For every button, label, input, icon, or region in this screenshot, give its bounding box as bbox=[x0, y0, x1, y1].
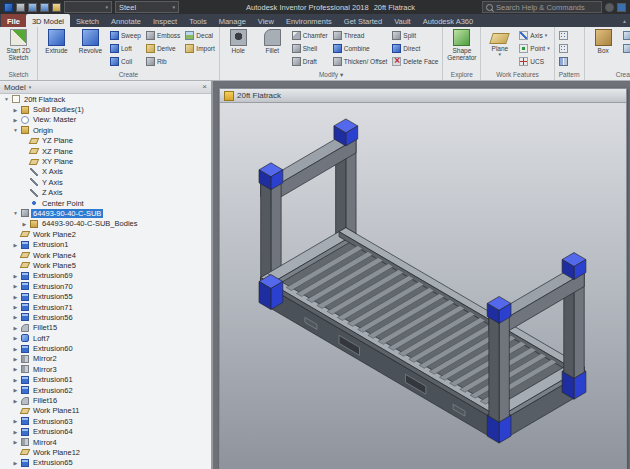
expand-icon[interactable]: ▶ bbox=[12, 346, 19, 352]
undo-icon[interactable] bbox=[28, 3, 37, 12]
signin-icon[interactable] bbox=[605, 3, 614, 12]
tree-item-extrusion65[interactable]: ▶Extrusion65 bbox=[0, 458, 211, 468]
tree-item-y-axis[interactable]: Y Axis bbox=[0, 177, 211, 187]
tree-item-extrusion64[interactable]: ▶Extrusion64 bbox=[0, 427, 211, 437]
tree-item-yz-plane[interactable]: YZ Plane bbox=[0, 136, 211, 146]
face-button[interactable]: Face bbox=[621, 29, 630, 41]
tree-item-extrusion62[interactable]: ▶Extrusion62 bbox=[0, 385, 211, 395]
expand-icon[interactable]: ▶ bbox=[12, 242, 19, 248]
tree-item-extrusion71[interactable]: ▶Extrusion71 bbox=[0, 302, 211, 312]
tree-item-mirror3[interactable]: ▶Mirror3 bbox=[0, 364, 211, 374]
tree-item-fillet16[interactable]: ▶Fillet16 bbox=[0, 395, 211, 405]
shape-generator-button[interactable]: Shape Generator bbox=[445, 27, 478, 70]
expand-icon[interactable]: ▶ bbox=[12, 387, 19, 393]
tab-sketch[interactable]: Sketch bbox=[70, 14, 105, 27]
expand-icon[interactable]: ▶ bbox=[12, 335, 19, 341]
inventor-logo-icon[interactable] bbox=[4, 3, 13, 12]
tree-item-xz-plane[interactable]: XZ Plane bbox=[0, 146, 211, 156]
tab-file[interactable]: File bbox=[1, 14, 26, 27]
thicken-offset-button[interactable]: Thicken/ Offset bbox=[331, 55, 390, 67]
direct-button[interactable]: Direct bbox=[390, 42, 440, 54]
tree-item-center-point[interactable]: Center Point bbox=[0, 198, 211, 208]
collapse-icon[interactable]: ▼ bbox=[3, 96, 10, 102]
document-window-titlebar[interactable]: 20ft Flatrack bbox=[220, 89, 626, 103]
start-2d-sketch-button[interactable]: Start 2D Sketch bbox=[2, 27, 35, 70]
tree-item-x-axis[interactable]: X Axis bbox=[0, 167, 211, 177]
browser-close-icon[interactable]: × bbox=[202, 83, 207, 91]
plane-button[interactable]: Plane▾ bbox=[483, 27, 516, 70]
extrude-button[interactable]: Extrude bbox=[40, 27, 73, 70]
save-icon[interactable] bbox=[16, 3, 25, 12]
expand-icon[interactable]: ▶ bbox=[12, 366, 19, 372]
expand-icon[interactable]: ▶ bbox=[12, 418, 19, 424]
import-button[interactable]: Import bbox=[183, 42, 216, 54]
tree-item-view-master[interactable]: ▶View: Master bbox=[0, 115, 211, 125]
coil-button[interactable]: Coil bbox=[108, 55, 143, 67]
tree-item-extrusion56[interactable]: ▶Extrusion56 bbox=[0, 312, 211, 322]
chamfer-button[interactable]: Chamfer bbox=[290, 29, 330, 41]
tree-item-work-plane4[interactable]: Work Plane4 bbox=[0, 250, 211, 260]
tab-vault[interactable]: Vault bbox=[388, 14, 417, 27]
hole-button[interactable]: Hole bbox=[222, 27, 255, 70]
sweep-button[interactable]: Sweep bbox=[108, 29, 143, 41]
tree-item-extrusion55[interactable]: ▶Extrusion55 bbox=[0, 291, 211, 301]
collapse-icon[interactable]: ▼ bbox=[12, 210, 19, 216]
expand-icon[interactable]: ▶ bbox=[12, 398, 19, 404]
tab-tools[interactable]: Tools bbox=[183, 14, 213, 27]
tree-item-work-plane5[interactable]: Work Plane5 bbox=[0, 260, 211, 270]
viewport-canvas[interactable] bbox=[220, 103, 626, 469]
ribbon-minimize-icon[interactable]: ▴ bbox=[623, 14, 630, 27]
fillet-button[interactable]: Fillet bbox=[256, 27, 289, 70]
tab-autodesk-a360[interactable]: Autodesk A360 bbox=[417, 14, 479, 27]
point-button[interactable]: Point▾ bbox=[517, 42, 551, 54]
tree-item-work-plane12[interactable]: Work Plane12 bbox=[0, 447, 211, 457]
tree-item-extrusion70[interactable]: ▶Extrusion70 bbox=[0, 281, 211, 291]
expand-icon[interactable]: ▶ bbox=[12, 356, 19, 362]
tree-item-64493-90-40-c-sub-bodies[interactable]: ▶64493-90-40-C-SUB_Bodies bbox=[0, 219, 211, 229]
platform-deck[interactable] bbox=[261, 228, 585, 442]
expand-icon[interactable]: ▶ bbox=[12, 325, 19, 331]
tree-item-xy-plane[interactable]: XY Plane bbox=[0, 156, 211, 166]
delete-face-button[interactable]: Delete Face bbox=[390, 55, 440, 67]
tree-item-64493-90-40-c-sub[interactable]: ▼64493-90-40-C-SUB bbox=[0, 208, 211, 218]
tree-item-z-axis[interactable]: Z Axis bbox=[0, 188, 211, 198]
expand-icon[interactable]: ▶ bbox=[12, 304, 19, 310]
tree-item-extrusion63[interactable]: ▶Extrusion63 bbox=[0, 416, 211, 426]
draft-button[interactable]: Draft bbox=[290, 55, 330, 67]
circular-pattern-button[interactable] bbox=[557, 42, 570, 54]
material-dropdown[interactable]: ▾ bbox=[64, 1, 112, 13]
rib-button[interactable]: Rib bbox=[144, 55, 182, 67]
appearance-dropdown[interactable]: Steel▾ bbox=[115, 1, 179, 13]
rectangular-pattern-button[interactable] bbox=[557, 29, 570, 41]
redo-icon[interactable] bbox=[40, 3, 49, 12]
tree-item-mirror2[interactable]: ▶Mirror2 bbox=[0, 354, 211, 364]
shell-button[interactable]: Shell bbox=[290, 42, 330, 54]
help-search-input[interactable]: Search Help & Commands bbox=[482, 1, 602, 13]
ucs-button[interactable]: UCS bbox=[517, 55, 551, 67]
expand-icon[interactable]: ▶ bbox=[12, 377, 19, 383]
tab-annotate[interactable]: Annotate bbox=[105, 14, 147, 27]
expand-icon[interactable]: ▶ bbox=[12, 294, 19, 300]
box-button[interactable]: Box bbox=[587, 27, 620, 70]
tab-view[interactable]: View bbox=[252, 14, 280, 27]
mirror-pattern-button[interactable] bbox=[557, 55, 570, 67]
combine-button[interactable]: Combine bbox=[331, 42, 390, 54]
expand-icon[interactable]: ▶ bbox=[12, 117, 19, 123]
emboss-button[interactable]: Emboss bbox=[144, 29, 182, 41]
tree-item-loft7[interactable]: ▶Loft7 bbox=[0, 333, 211, 343]
decal-button[interactable]: Decal bbox=[183, 29, 216, 41]
tree-item-solid-bodies-1[interactable]: ▶Solid Bodies(1) bbox=[0, 104, 211, 114]
tab-get-started[interactable]: Get Started bbox=[338, 14, 388, 27]
derive-button[interactable]: Derive bbox=[144, 42, 182, 54]
loft-button[interactable]: Loft bbox=[108, 42, 143, 54]
tab-3d-model[interactable]: 3D Model bbox=[26, 14, 70, 27]
expand-icon[interactable]: ▶ bbox=[12, 314, 19, 320]
tree-item-origin[interactable]: ▼Origin bbox=[0, 125, 211, 135]
collapse-icon[interactable]: ▼ bbox=[12, 127, 19, 133]
chevron-down-icon[interactable]: ▾ bbox=[29, 84, 32, 90]
expand-icon[interactable]: ▶ bbox=[12, 283, 19, 289]
tree-item-fillet15[interactable]: ▶Fillet15 bbox=[0, 323, 211, 333]
tab-environments[interactable]: Environments bbox=[280, 14, 338, 27]
thread-button[interactable]: Thread bbox=[331, 29, 390, 41]
tree-item-extrusion1[interactable]: ▶Extrusion1 bbox=[0, 239, 211, 249]
